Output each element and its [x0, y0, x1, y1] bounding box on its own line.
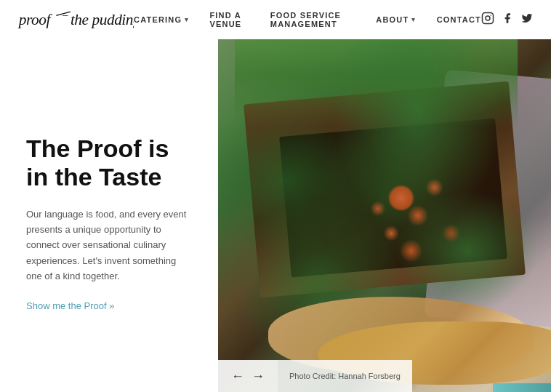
site-logo[interactable]: proof – the pudding — [17, 4, 134, 36]
hero-left-panel: The Proof is in the Taste Our language i… — [0, 39, 218, 392]
instagram-icon[interactable] — [481, 12, 494, 28]
svg-point-5 — [486, 16, 490, 20]
twitter-icon[interactable] — [520, 12, 534, 27]
hero-description: Our language is food, and every event pr… — [26, 207, 193, 284]
site-header: proof – the pudding CATERING ▾ FIND A VE… — [0, 0, 551, 39]
image-background — [218, 39, 551, 392]
social-icons — [481, 12, 534, 28]
svg-rect-4 — [483, 13, 494, 24]
facebook-icon[interactable] — [502, 12, 513, 28]
hero-right-panel: ← → Photo Credit: Hannah Forsberg — [218, 39, 551, 392]
next-arrow-button[interactable]: → — [252, 369, 265, 383]
slideshow-arrows: ← → — [218, 360, 278, 392]
svg-point-6 — [490, 15, 491, 16]
svg-text:the pudding: the pudding — [71, 11, 134, 28]
hero-heading: The Proof is in the Taste — [26, 135, 196, 191]
prev-arrow-button[interactable]: ← — [231, 369, 244, 383]
svg-text:–: – — [62, 9, 68, 20]
photo-credit: Photo Credit: Hannah Forsberg — [278, 360, 412, 392]
catering-chevron-icon: ▾ — [185, 16, 189, 23]
main-content: The Proof is in the Taste Our language i… — [0, 39, 551, 392]
hero-image: ← → Photo Credit: Hannah Forsberg — [218, 39, 551, 392]
nav-find-venue[interactable]: FIND A VENUE — [209, 11, 249, 28]
main-nav: CATERING ▾ FIND A VENUE FOOD SERVICE MAN… — [134, 11, 481, 28]
about-chevron-icon: ▾ — [411, 16, 416, 23]
nav-contact[interactable]: CONTACT — [437, 15, 481, 24]
svg-text:proof: proof — [17, 11, 53, 28]
cta-link[interactable]: Show me the Proof » — [26, 300, 196, 311]
nav-catering[interactable]: CATERING ▾ — [134, 15, 189, 24]
nav-food-service[interactable]: FOOD SERVICE MANAGEMENT — [270, 11, 356, 28]
nav-about[interactable]: ABOUT ▾ — [376, 15, 416, 24]
image-nav-bar: ← → Photo Credit: Hannah Forsberg — [218, 360, 551, 392]
